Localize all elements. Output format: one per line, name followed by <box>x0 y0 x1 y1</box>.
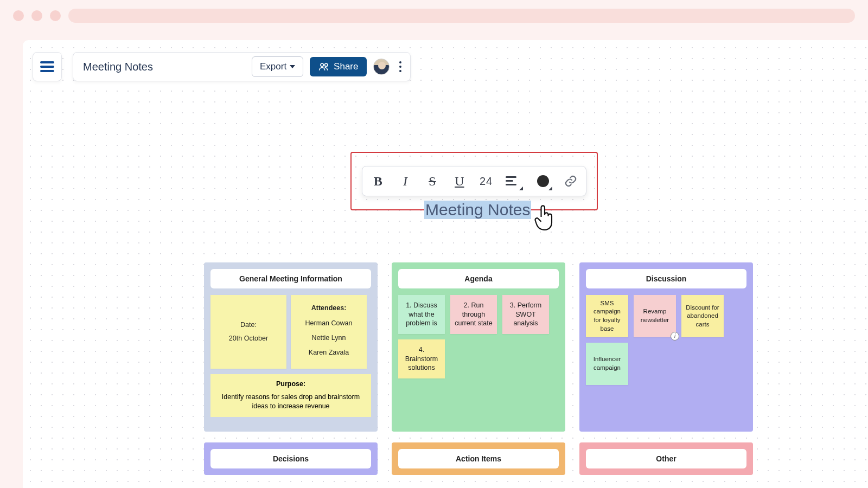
note-agenda-3[interactable]: 3. Perform SWOT analysis <box>502 295 549 334</box>
link-button[interactable] <box>564 175 577 188</box>
color-swatch-icon <box>537 175 549 187</box>
note-discussion-4[interactable]: Influencer campaign <box>586 343 628 385</box>
note-agenda-2[interactable]: 2. Run through current state <box>450 295 497 334</box>
note-discussion-2[interactable]: Revamp newsletter i <box>634 295 676 337</box>
people-icon <box>318 62 329 72</box>
canvas-heading-selected[interactable]: Meeting Notes <box>424 201 531 219</box>
text-format-toolbar: B I S U 24 <box>362 166 586 196</box>
panel-action-items[interactable]: Action Items <box>392 442 565 475</box>
font-size-value[interactable]: 24 <box>480 175 493 188</box>
pointer-hand-icon <box>533 203 557 231</box>
board-row-2: Decisions Action Items Other <box>204 442 753 475</box>
note-attendees[interactable]: Attendees: Herman Cowan Nettie Lynn Kare… <box>291 295 367 369</box>
chevron-down-icon <box>290 65 295 68</box>
note-agenda-1[interactable]: 1. Discuss what the problem is <box>398 295 445 334</box>
note-date[interactable]: Date: 20th October <box>210 295 286 369</box>
document-title[interactable]: Meeting Notes <box>83 61 153 73</box>
panel-header: General Meeting Information <box>210 269 371 288</box>
text-color-button[interactable] <box>535 173 551 189</box>
align-button[interactable] <box>506 173 522 189</box>
user-avatar[interactable] <box>373 59 390 75</box>
note-discussion-3[interactable]: Discount for abandoned carts <box>681 295 724 337</box>
bold-button[interactable]: B <box>371 175 385 188</box>
hamburger-icon <box>40 61 54 72</box>
more-menu-button[interactable] <box>396 61 405 72</box>
svg-point-0 <box>321 63 323 66</box>
panel-header: Agenda <box>398 269 559 288</box>
traffic-light-minimize[interactable] <box>31 10 42 21</box>
align-left-icon <box>506 176 518 186</box>
panel-decisions[interactable]: Decisions <box>204 442 378 475</box>
note-purpose[interactable]: Purpose: Identify reasons for sales drop… <box>210 374 371 417</box>
share-label: Share <box>334 61 358 72</box>
panel-agenda[interactable]: Agenda 1. Discuss what the problem is 2.… <box>392 262 565 432</box>
share-button[interactable]: Share <box>310 57 367 76</box>
url-bar[interactable] <box>68 9 855 23</box>
strikethrough-button[interactable]: S <box>425 175 439 188</box>
traffic-light-close[interactable] <box>13 10 24 21</box>
panel-header: Discussion <box>586 269 746 288</box>
info-icon[interactable]: i <box>671 332 679 341</box>
note-discussion-1[interactable]: SMS campaign for loyalty base <box>586 295 628 337</box>
italic-button[interactable]: I <box>398 175 412 188</box>
board-row-1: General Meeting Information Date: 20th O… <box>204 262 753 432</box>
panel-header: Action Items <box>398 449 559 468</box>
export-label: Export <box>260 61 286 72</box>
traffic-light-zoom[interactable] <box>50 10 61 21</box>
note-agenda-4[interactable]: 4. Brainstorm solutions <box>398 339 445 378</box>
panel-general-info[interactable]: General Meeting Information Date: 20th O… <box>204 262 378 432</box>
title-bar: Meeting Notes Export Share <box>73 52 411 81</box>
underline-button[interactable]: U <box>452 175 467 188</box>
panel-discussion[interactable]: Discussion SMS campaign for loyalty base… <box>579 262 753 432</box>
panel-header: Other <box>586 449 746 468</box>
export-button[interactable]: Export <box>252 56 303 77</box>
browser-chrome <box>0 0 868 31</box>
panel-header: Decisions <box>210 449 371 468</box>
menu-button[interactable] <box>33 52 62 81</box>
svg-point-1 <box>325 63 328 66</box>
whiteboard-canvas[interactable]: Meeting Notes Export Share B I S U 24 <box>23 40 868 488</box>
panel-other[interactable]: Other <box>579 442 753 475</box>
